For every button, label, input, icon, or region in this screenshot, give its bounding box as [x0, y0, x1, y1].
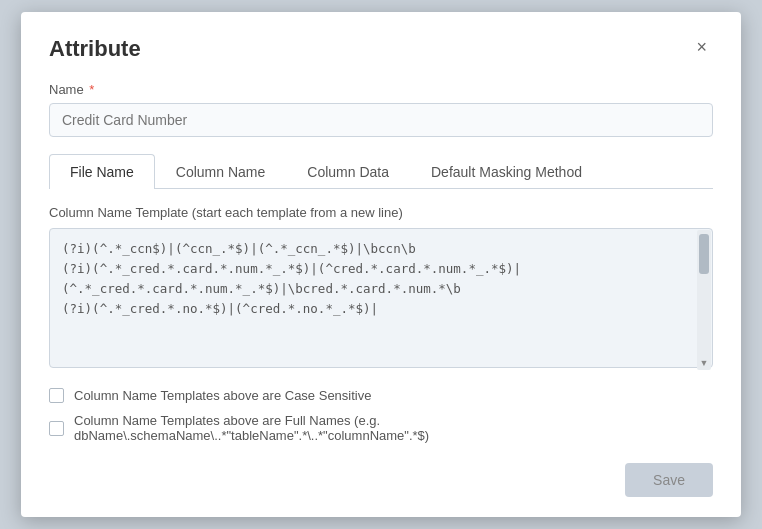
- checkbox-case-sensitive-label: Column Name Templates above are Case Sen…: [74, 388, 371, 403]
- save-button[interactable]: Save: [625, 463, 713, 497]
- tab-column-name[interactable]: Column Name: [155, 154, 286, 189]
- name-input[interactable]: [49, 103, 713, 137]
- name-form-group: Name *: [49, 82, 713, 137]
- tab-file-name[interactable]: File Name: [49, 154, 155, 189]
- tab-column-data[interactable]: Column Data: [286, 154, 410, 189]
- checkbox-case-sensitive[interactable]: [49, 388, 64, 403]
- scrollbar-arrow-down[interactable]: ▼: [699, 356, 709, 370]
- name-label: Name *: [49, 82, 713, 97]
- close-button[interactable]: ×: [690, 36, 713, 58]
- checkbox-case-sensitive-row: Column Name Templates above are Case Sen…: [49, 388, 713, 403]
- modal-header: Attribute ×: [49, 36, 713, 62]
- column-name-section-label: Column Name Template (start each templat…: [49, 205, 713, 220]
- modal-title: Attribute: [49, 36, 141, 62]
- scrollbar-thumb: [699, 234, 709, 274]
- required-indicator: *: [86, 82, 95, 97]
- tab-default-masking[interactable]: Default Masking Method: [410, 154, 603, 189]
- checkbox-full-names[interactable]: [49, 421, 64, 436]
- textarea-scrollbar: ▼: [697, 230, 711, 370]
- modal-footer: Save: [49, 463, 713, 497]
- attribute-modal: Attribute × Name * File Name Column Name…: [21, 12, 741, 517]
- textarea-wrapper: (?i)(^.*_ccn$)|(^ccn_.*$)|(^.*_ccn_.*$)|…: [49, 228, 713, 372]
- modal-overlay: Attribute × Name * File Name Column Name…: [0, 0, 762, 529]
- checkbox-full-names-row: Column Name Templates above are Full Nam…: [49, 413, 713, 443]
- tabs-container: File Name Column Name Column Data Defaul…: [49, 153, 713, 189]
- column-name-section: Column Name Template (start each templat…: [49, 205, 713, 372]
- checkbox-full-names-label: Column Name Templates above are Full Nam…: [74, 413, 713, 443]
- column-name-template-textarea[interactable]: (?i)(^.*_ccn$)|(^ccn_.*$)|(^.*_ccn_.*$)|…: [49, 228, 713, 368]
